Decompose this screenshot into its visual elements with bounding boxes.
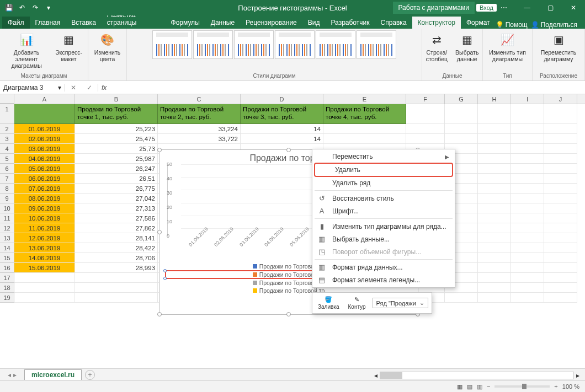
cell[interactable]: 28,706	[75, 253, 158, 263]
zoom-in-icon[interactable]: +	[554, 383, 557, 390]
style-thumb-3[interactable]	[234, 30, 274, 59]
cell[interactable]	[511, 263, 544, 273]
maximize-icon[interactable]: ▢	[539, 0, 562, 15]
add-sheet-button[interactable]: +	[85, 370, 95, 380]
close-icon[interactable]: ✕	[562, 0, 585, 15]
ctx-item[interactable]: Удалить ряд	[312, 177, 455, 189]
cell[interactable]	[406, 104, 445, 124]
cell[interactable]	[478, 134, 511, 144]
cell[interactable]	[14, 273, 75, 283]
switch-row-col-button[interactable]: ⇄ Строка/столбец	[424, 30, 450, 63]
cell[interactable]	[544, 293, 577, 303]
cell[interactable]: 27,313	[75, 203, 158, 213]
cell[interactable]: 08.06.2019	[14, 194, 75, 203]
accept-formula-icon[interactable]: ✓	[87, 84, 92, 92]
ctx-item[interactable]: Переместить▶	[312, 151, 455, 163]
cell[interactable]	[511, 203, 544, 213]
cell[interactable]	[511, 164, 544, 174]
cell[interactable]	[478, 293, 511, 303]
cell[interactable]	[544, 174, 577, 184]
sheet-prev-icon[interactable]: ◂	[8, 371, 11, 379]
cell[interactable]	[445, 104, 478, 124]
cell[interactable]: 10.06.2019	[14, 213, 75, 223]
tab-developer[interactable]: Разработчик	[326, 17, 375, 29]
redo-icon[interactable]: ↷	[31, 3, 40, 12]
cell[interactable]: 09.06.2019	[14, 203, 75, 213]
name-box[interactable]: Диаграмма 3▾	[0, 84, 65, 92]
cell[interactable]	[544, 144, 577, 154]
cell[interactable]: 27,586	[75, 213, 158, 223]
cell[interactable]	[511, 273, 544, 283]
tab-chartdesign[interactable]: Конструктор	[412, 17, 461, 29]
ctx-item[interactable]: ▤Формат элемента легенды...	[312, 273, 455, 286]
cell[interactable]: 07.06.2019	[14, 184, 75, 194]
style-thumb-4[interactable]	[275, 30, 315, 59]
cell[interactable]	[478, 223, 511, 233]
cell[interactable]	[544, 273, 577, 283]
cell[interactable]	[478, 194, 511, 203]
cell[interactable]: 01.06.2019	[14, 124, 75, 134]
cell[interactable]: 14	[241, 124, 323, 134]
cell[interactable]	[323, 134, 406, 144]
cell[interactable]: 26,775	[75, 184, 158, 194]
cell[interactable]: 03.06.2019	[14, 144, 75, 154]
cell[interactable]	[445, 124, 478, 134]
cell[interactable]	[478, 104, 511, 124]
cell[interactable]	[511, 104, 544, 124]
qat-more-icon[interactable]: ▾	[44, 3, 53, 12]
ctx-item[interactable]: Удалить	[314, 163, 453, 177]
outline-button[interactable]: ✎ Контур	[346, 295, 368, 311]
cell[interactable]	[478, 233, 511, 243]
style-thumb-2[interactable]	[193, 30, 233, 59]
fill-button[interactable]: 🪣 Заливка	[316, 295, 342, 311]
cell[interactable]	[323, 124, 406, 134]
cell[interactable]	[478, 184, 511, 194]
ctx-item[interactable]: ↺Восстановить стиль	[312, 192, 455, 205]
cell[interactable]	[511, 293, 544, 303]
cell[interactable]: 11.06.2019	[14, 223, 75, 233]
cell[interactable]: 12.06.2019	[14, 233, 75, 243]
cell[interactable]	[445, 293, 478, 303]
cell[interactable]	[478, 213, 511, 223]
cell[interactable]	[14, 283, 75, 293]
cell[interactable]	[544, 263, 577, 273]
style-thumb-5[interactable]	[316, 30, 355, 59]
cell[interactable]	[75, 273, 158, 283]
cell[interactable]: 28,141	[75, 233, 158, 243]
col-header[interactable]: D	[241, 94, 323, 104]
view-break-icon[interactable]: ▥	[477, 383, 482, 390]
cell[interactable]	[544, 124, 577, 134]
cell[interactable]	[544, 203, 577, 213]
cell[interactable]: 25,475	[75, 134, 158, 144]
style-thumb-6[interactable]	[357, 30, 396, 59]
cell[interactable]	[544, 154, 577, 164]
cell[interactable]	[544, 243, 577, 253]
zoom-slider[interactable]	[494, 385, 550, 388]
add-chart-element-button[interactable]: 📊 Добавить элемент диаграммы	[3, 30, 50, 70]
tab-file[interactable]: Файл	[2, 17, 30, 29]
cell[interactable]	[478, 263, 511, 273]
undo-icon[interactable]: ↶	[18, 3, 26, 12]
save-icon[interactable]: 💾	[4, 3, 13, 12]
share-button[interactable]: 👤 Поделиться	[531, 21, 577, 29]
move-chart-button[interactable]: ▣ Переместить диаграмму	[536, 30, 581, 63]
cell[interactable]	[14, 104, 75, 124]
cell[interactable]	[511, 124, 544, 134]
cell[interactable]: 28,422	[75, 243, 158, 253]
cell[interactable]	[544, 223, 577, 233]
cell[interactable]	[75, 283, 158, 293]
login-button[interactable]: Вход	[476, 4, 497, 12]
zoom-out-icon[interactable]: −	[487, 383, 490, 390]
minimize-icon[interactable]: —	[515, 0, 539, 15]
tab-home[interactable]: Главная	[30, 17, 66, 29]
ctx-item[interactable]: ▥Выбрать данные...	[312, 233, 455, 245]
zoom-level[interactable]: 100 %	[562, 383, 579, 390]
change-colors-button[interactable]: 🎨 Изменить цвета	[92, 30, 123, 63]
fx-icon[interactable]: fx	[98, 84, 110, 92]
cell[interactable]: 28,993	[75, 263, 158, 273]
tab-data[interactable]: Данные	[205, 17, 240, 29]
cell[interactable]: 26,51	[75, 174, 158, 184]
cell[interactable]	[511, 233, 544, 243]
cell[interactable]	[511, 134, 544, 144]
cell[interactable]: 15.06.2019	[14, 263, 75, 273]
